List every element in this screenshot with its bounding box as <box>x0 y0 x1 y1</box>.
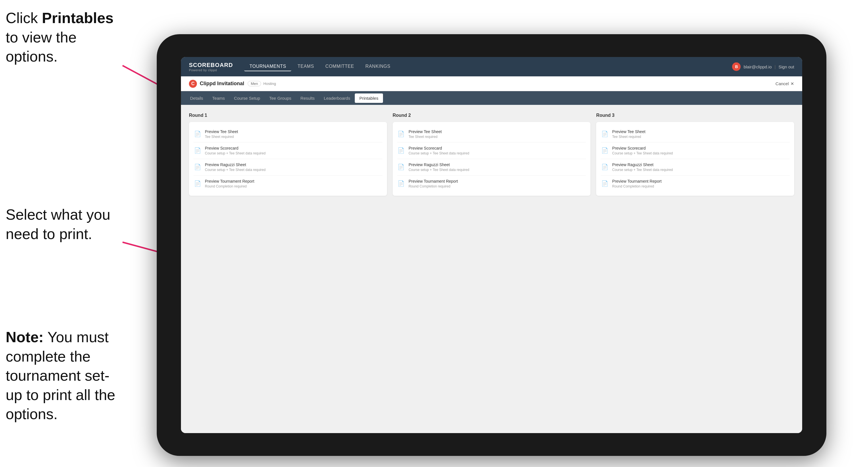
tab-results[interactable]: Results <box>296 93 319 103</box>
user-email: blair@clippd.io <box>743 64 772 69</box>
nav-teams[interactable]: TEAMS <box>292 62 319 71</box>
document-icon: 📄 <box>397 146 405 155</box>
instruction-bottom: Note: You must complete the tournament s… <box>6 328 125 424</box>
tournament-badge: Men <box>248 81 261 86</box>
document-icon: 📄 <box>397 179 405 188</box>
tee-sheet-label: Preview Tee Sheet <box>409 129 586 134</box>
round-3-card: 📄 Preview Tee Sheet Tee Sheet required 📄… <box>596 122 794 196</box>
round-3-tournament-report[interactable]: 📄 Preview Tournament Report Round Comple… <box>601 176 789 192</box>
round-3-raguzzi[interactable]: 📄 Preview Raguzzi Sheet Course setup + T… <box>601 159 789 176</box>
close-icon: ✕ <box>790 81 794 86</box>
scorecard-label: Preview Scorecard <box>612 146 789 150</box>
round-3-tee-sheet[interactable]: 📄 Preview Tee Sheet Tee Sheet required <box>601 126 789 143</box>
tournament-report-label: Preview Tournament Report <box>409 179 586 184</box>
raguzzi-label: Preview Raguzzi Sheet <box>612 162 789 167</box>
document-icon: 📄 <box>601 146 609 155</box>
raguzzi-label: Preview Raguzzi Sheet <box>409 162 586 167</box>
tee-sheet-sub: Tee Sheet required <box>612 135 789 139</box>
user-area: B blair@clippd.io | Sign out <box>732 62 794 71</box>
tournament-report-sub: Round Completion required <box>612 184 789 188</box>
tee-sheet-label: Preview Tee Sheet <box>205 129 382 134</box>
document-icon: 📄 <box>601 129 609 138</box>
tee-sheet-sub: Tee Sheet required <box>205 135 382 139</box>
tee-sheet-sub: Tee Sheet required <box>409 135 586 139</box>
document-icon: 📄 <box>601 162 609 172</box>
tab-leaderboards[interactable]: Leaderboards <box>319 93 355 103</box>
app-subtitle: Powered by clippd <box>189 68 233 72</box>
document-icon: 📄 <box>601 179 609 188</box>
tournament-report-label: Preview Tournament Report <box>612 179 789 184</box>
top-navigation: SCOREBOARD Powered by clippd TOURNAMENTS… <box>181 57 802 76</box>
raguzzi-sub: Course setup + Tee Sheet data required <box>205 168 382 172</box>
round-1-tee-sheet[interactable]: 📄 Preview Tee Sheet Tee Sheet required <box>193 126 382 143</box>
main-content: Round 1 📄 Preview Tee Sheet Tee Sheet re… <box>181 105 802 433</box>
scorecard-label: Preview Scorecard <box>409 146 586 150</box>
document-icon: 📄 <box>397 162 405 172</box>
nav-tournaments[interactable]: TOURNAMENTS <box>244 62 291 71</box>
tablet-device: SCOREBOARD Powered by clippd TOURNAMENTS… <box>157 34 827 456</box>
sub-navigation: Details Teams Course Setup Tee Groups Re… <box>181 91 802 105</box>
tab-course-setup[interactable]: Course Setup <box>229 93 265 103</box>
scorecard-label: Preview Scorecard <box>205 146 382 150</box>
scorecard-sub: Course setup + Tee Sheet data required <box>612 151 789 155</box>
tournament-report-label: Preview Tournament Report <box>205 179 382 184</box>
document-icon: 📄 <box>397 129 405 138</box>
tab-tee-groups[interactable]: Tee Groups <box>265 93 296 103</box>
round-1-column: Round 1 📄 Preview Tee Sheet Tee Sheet re… <box>189 113 387 425</box>
document-icon: 📄 <box>193 146 202 155</box>
round-1-card: 📄 Preview Tee Sheet Tee Sheet required 📄… <box>189 122 387 196</box>
round-2-raguzzi[interactable]: 📄 Preview Raguzzi Sheet Course setup + T… <box>397 159 586 176</box>
user-avatar: B <box>732 62 741 71</box>
tournament-report-sub: Round Completion required <box>205 184 382 188</box>
instruction-middle: Select what you need to print. <box>6 205 125 244</box>
app-logo: SCOREBOARD Powered by clippd <box>189 62 233 72</box>
tee-sheet-label: Preview Tee Sheet <box>612 129 789 134</box>
document-icon: 📄 <box>193 179 202 188</box>
tournament-logo: C <box>189 80 197 88</box>
scorecard-sub: Course setup + Tee Sheet data required <box>205 151 382 155</box>
round-2-tournament-report[interactable]: 📄 Preview Tournament Report Round Comple… <box>397 176 586 192</box>
round-2-card: 📄 Preview Tee Sheet Tee Sheet required 📄… <box>393 122 591 196</box>
round-2-scorecard[interactable]: 📄 Preview Scorecard Course setup + Tee S… <box>397 143 586 159</box>
round-1-raguzzi[interactable]: 📄 Preview Raguzzi Sheet Course setup + T… <box>193 159 382 176</box>
raguzzi-label: Preview Raguzzi Sheet <box>205 162 382 167</box>
nav-rankings[interactable]: RANKINGS <box>360 62 396 71</box>
tournament-hosting: Hosting <box>263 82 276 86</box>
tablet-screen: SCOREBOARD Powered by clippd TOURNAMENTS… <box>181 57 802 433</box>
tournament-bar: C Clippd Invitational Men Hosting Cancel… <box>181 76 802 91</box>
round-2-title: Round 2 <box>393 113 591 118</box>
tournament-report-sub: Round Completion required <box>409 184 586 188</box>
round-3-column: Round 3 📄 Preview Tee Sheet Tee Sheet re… <box>596 113 794 425</box>
sign-out-link[interactable]: Sign out <box>778 64 794 69</box>
separator: | <box>775 64 776 69</box>
document-icon: 📄 <box>193 162 202 172</box>
document-icon: 📄 <box>193 129 202 138</box>
round-3-title: Round 3 <box>596 113 794 118</box>
tournament-name: Clippd Invitational <box>200 81 244 87</box>
nav-committee[interactable]: COMMITTEE <box>320 62 359 71</box>
instruction-top: Click Printables to view the options. <box>6 8 120 66</box>
tab-details[interactable]: Details <box>186 93 208 103</box>
raguzzi-sub: Course setup + Tee Sheet data required <box>409 168 586 172</box>
round-1-tournament-report[interactable]: 📄 Preview Tournament Report Round Comple… <box>193 176 382 192</box>
round-2-column: Round 2 📄 Preview Tee Sheet Tee Sheet re… <box>393 113 591 425</box>
round-2-tee-sheet[interactable]: 📄 Preview Tee Sheet Tee Sheet required <box>397 126 586 143</box>
round-1-scorecard[interactable]: 📄 Preview Scorecard Course setup + Tee S… <box>193 143 382 159</box>
raguzzi-sub: Course setup + Tee Sheet data required <box>612 168 789 172</box>
cancel-button[interactable]: Cancel ✕ <box>775 81 794 86</box>
app-title: SCOREBOARD <box>189 62 233 68</box>
scorecard-sub: Course setup + Tee Sheet data required <box>409 151 586 155</box>
main-nav-links: TOURNAMENTS TEAMS COMMITTEE RANKINGS <box>244 62 732 71</box>
tab-printables[interactable]: Printables <box>355 93 383 103</box>
rounds-grid: Round 1 📄 Preview Tee Sheet Tee Sheet re… <box>189 113 794 425</box>
round-1-title: Round 1 <box>189 113 387 118</box>
round-3-scorecard[interactable]: 📄 Preview Scorecard Course setup + Tee S… <box>601 143 789 159</box>
tab-teams[interactable]: Teams <box>208 93 229 103</box>
